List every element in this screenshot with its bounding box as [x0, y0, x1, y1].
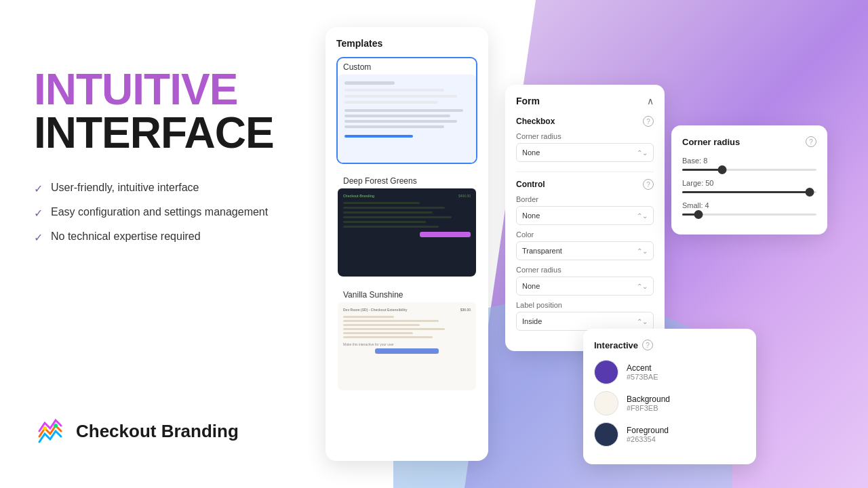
- feature-text-1: User-friendly, intuitive interface: [51, 182, 199, 194]
- left-panel: INTUITIVE INTERFACE ✓ User-friendly, int…: [0, 0, 312, 488]
- checkbox-corner-radius-select[interactable]: None ⌃⌄: [516, 143, 654, 162]
- light-preview-line: [343, 332, 413, 334]
- accent-color-hex: #573BAE: [627, 373, 658, 381]
- collapse-icon[interactable]: ∧: [647, 96, 654, 106]
- cr-base-slider-track[interactable]: [682, 169, 816, 171]
- checkbox-help-icon[interactable]: ?: [643, 116, 654, 127]
- preview-block: [344, 95, 457, 98]
- chevron-icon: ⌃⌄: [637, 318, 648, 325]
- chevron-icon: ⌃⌄: [637, 149, 648, 157]
- headline-line1: INTUITIVE: [34, 68, 278, 111]
- control-color-label: Color: [516, 230, 654, 239]
- form-panel-header: Form ∧: [516, 96, 654, 106]
- dark-preview-line: [343, 221, 426, 223]
- control-border-value: None: [522, 211, 540, 220]
- section-divider: [516, 171, 654, 172]
- template-label-vanilla: Vanilla Sunshine: [338, 286, 476, 302]
- corner-radius-panel: Corner radius ? Base: 8 Large: 50 Small:…: [671, 125, 827, 235]
- dark-preview-button: [420, 232, 471, 237]
- preview-line: [344, 81, 395, 85]
- checkbox-header: Checkbox ?: [516, 116, 654, 127]
- template-item-vanilla[interactable]: Vanilla Sunshine Dev Room (SD) - Checkou…: [336, 285, 477, 392]
- svg-point-1: [43, 426, 47, 430]
- control-color-field: Color Transparent ⌃⌄: [516, 230, 654, 260]
- interactive-help-icon[interactable]: ?: [642, 340, 653, 350]
- foreground-color-info: Foreground #263354: [627, 426, 669, 443]
- color-item-foreground[interactable]: Foreground #263354: [594, 422, 745, 447]
- cr-small-slider-thumb[interactable]: [694, 210, 703, 219]
- control-help-icon[interactable]: ?: [643, 179, 654, 190]
- preview-block: [344, 125, 444, 128]
- control-corner-radius-value: None: [522, 282, 540, 290]
- check-icon-1: ✓: [34, 182, 43, 195]
- background-color-info: Background #F8F3EB: [627, 394, 670, 412]
- template-label-deep-forest: Deep Forest Greens: [338, 172, 476, 188]
- dark-preview-line: [343, 226, 439, 228]
- control-border-field: Border None ⌃⌄: [516, 195, 654, 225]
- dark-preview-line: [343, 202, 420, 204]
- cr-small-slider-track[interactable]: [682, 214, 816, 216]
- control-label-position-field: Label position Inside ⌃⌄: [516, 301, 654, 331]
- cr-small-field: Small: 4: [682, 201, 816, 216]
- form-section-checkbox: Checkbox ? Corner radius None ⌃⌄: [516, 116, 654, 162]
- logo-text: Checkout Branding: [76, 421, 239, 442]
- color-item-background[interactable]: Background #F8F3EB: [594, 391, 745, 415]
- check-icon-2: ✓: [34, 207, 43, 220]
- template-preview-deep-forest: Checkout Branding $406.00: [338, 188, 476, 277]
- feature-item-2: ✓ Easy configuration and settings manage…: [34, 206, 278, 220]
- control-border-select[interactable]: None ⌃⌄: [516, 206, 654, 225]
- control-label-position-label: Label position: [516, 301, 654, 309]
- dark-preview-line: [343, 216, 452, 218]
- cr-base-slider-thumb[interactable]: [718, 165, 727, 174]
- cr-large-slider-track[interactable]: [682, 191, 816, 193]
- cr-base-field: Base: 8: [682, 157, 816, 171]
- check-icon-3: ✓: [34, 231, 43, 244]
- cr-header: Corner radius ?: [682, 136, 816, 147]
- control-color-select[interactable]: Transparent ⌃⌄: [516, 241, 654, 260]
- background-color-hex: #F8F3EB: [627, 404, 670, 412]
- template-preview-custom: [338, 75, 476, 163]
- light-preview-line: [343, 336, 433, 338]
- control-color-value: Transparent: [522, 247, 562, 255]
- accent-color-swatch: [594, 360, 618, 384]
- form-panel: Form ∧ Checkbox ? Corner radius None ⌃⌄ …: [505, 85, 665, 351]
- template-item-deep-forest[interactable]: Deep Forest Greens Checkout Branding $40…: [336, 171, 477, 278]
- templates-panel: Templates Custom Deep Forest Greens Che: [326, 27, 488, 461]
- template-item-custom[interactable]: Custom: [336, 57, 477, 164]
- control-label-position-value: Inside: [522, 317, 542, 325]
- feature-text-2: Easy configuration and settings manageme…: [51, 206, 268, 218]
- accent-color-name: Accent: [627, 363, 658, 373]
- accent-color-info: Accent #573BAE: [627, 363, 658, 381]
- form-panel-title: Form: [516, 96, 540, 106]
- foreground-color-name: Foreground: [627, 426, 669, 435]
- feature-text-3: No technical expertise required: [51, 230, 201, 243]
- preview-block: [344, 109, 463, 112]
- templates-title: Templates: [336, 38, 477, 49]
- preview-block: [344, 120, 457, 123]
- control-header: Control ?: [516, 179, 654, 190]
- cr-small-label: Small: 4: [682, 201, 816, 209]
- control-label-position-select[interactable]: Inside ⌃⌄: [516, 312, 654, 331]
- checkbox-corner-radius-field: Corner radius None ⌃⌄: [516, 132, 654, 162]
- cr-large-label: Large: 50: [682, 179, 816, 187]
- cr-help-icon[interactable]: ?: [806, 136, 816, 147]
- features-list: ✓ User-friendly, intuitive interface ✓ E…: [34, 182, 278, 244]
- cr-large-slider-thumb[interactable]: [806, 188, 814, 197]
- foreground-color-hex: #263354: [627, 435, 669, 443]
- light-preview-line: [343, 324, 420, 326]
- svg-point-2: [54, 424, 58, 428]
- light-preview-line: [343, 328, 445, 330]
- control-corner-radius-field: Corner radius None ⌃⌄: [516, 266, 654, 296]
- light-preview-button: [375, 348, 439, 354]
- chevron-icon: ⌃⌄: [637, 212, 648, 220]
- color-item-accent[interactable]: Accent #573BAE: [594, 360, 745, 384]
- control-corner-radius-label: Corner radius: [516, 266, 654, 274]
- chevron-icon: ⌃⌄: [637, 247, 648, 255]
- preview-blue-bar: [344, 135, 413, 138]
- cr-base-slider-fill: [682, 169, 722, 171]
- background-color-swatch: [594, 391, 618, 415]
- checkbox-title: Checkbox: [516, 117, 555, 126]
- control-corner-radius-select[interactable]: None ⌃⌄: [516, 277, 654, 296]
- logo-area: Checkout Branding: [34, 415, 278, 447]
- light-preview-line: [343, 320, 439, 322]
